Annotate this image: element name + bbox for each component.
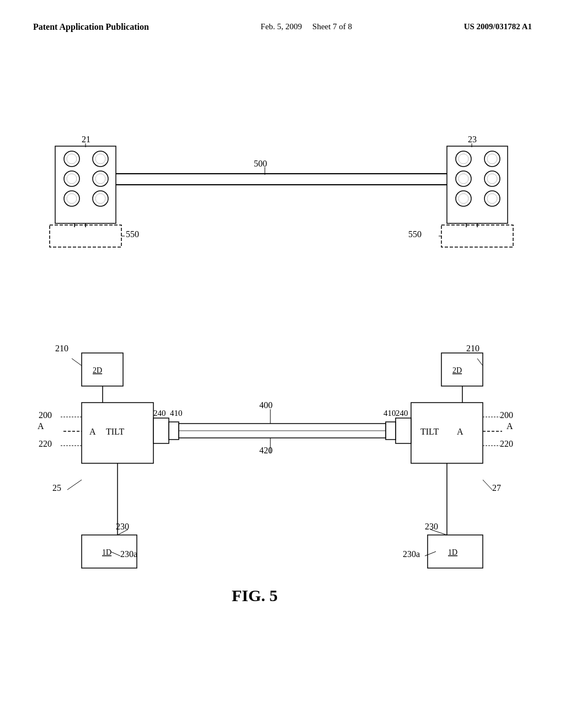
svg-rect-51 xyxy=(153,418,169,443)
svg-point-15 xyxy=(484,151,500,167)
svg-point-9 xyxy=(64,191,79,206)
svg-text:220: 220 xyxy=(500,439,513,448)
svg-point-19 xyxy=(484,171,500,186)
svg-text:A: A xyxy=(457,427,463,436)
svg-text:25: 25 xyxy=(52,483,61,493)
svg-text:2D: 2D xyxy=(93,366,102,374)
svg-rect-64 xyxy=(386,422,396,440)
svg-text:200: 200 xyxy=(500,410,513,420)
svg-text:A: A xyxy=(38,421,44,431)
svg-text:230a: 230a xyxy=(120,549,137,559)
svg-rect-56 xyxy=(441,353,483,386)
svg-point-18 xyxy=(456,171,471,186)
svg-text:410: 410 xyxy=(383,409,396,417)
svg-point-2 xyxy=(93,151,108,167)
svg-rect-52 xyxy=(169,422,179,440)
svg-point-23 xyxy=(484,191,500,206)
svg-text:240: 240 xyxy=(396,409,408,417)
svg-rect-28 xyxy=(50,225,121,247)
svg-text:21: 21 xyxy=(82,135,90,144)
drawing-area: 21 23 500 550 550 2D A TILT xyxy=(0,61,565,728)
svg-line-93 xyxy=(67,480,82,490)
svg-point-1 xyxy=(64,151,79,167)
svg-text:1D: 1D xyxy=(102,548,111,556)
svg-text:240: 240 xyxy=(153,409,166,417)
svg-text:27: 27 xyxy=(492,483,501,493)
svg-text:200: 200 xyxy=(39,410,52,420)
svg-point-6 xyxy=(93,171,108,186)
svg-text:500: 500 xyxy=(254,159,267,168)
svg-line-73 xyxy=(72,358,82,366)
svg-text:A: A xyxy=(507,421,513,431)
page-header: Patent Application Publication Feb. 5, 2… xyxy=(0,22,565,32)
publication-title: Patent Application Publication xyxy=(33,22,149,32)
svg-rect-31 xyxy=(441,225,513,247)
svg-text:210: 210 xyxy=(55,344,68,353)
svg-point-10 xyxy=(93,191,108,206)
svg-rect-63 xyxy=(396,418,411,443)
svg-text:TILT: TILT xyxy=(106,427,124,436)
svg-text:220: 220 xyxy=(39,439,52,448)
svg-text:400: 400 xyxy=(259,400,273,410)
svg-text:410: 410 xyxy=(170,409,183,417)
svg-line-101 xyxy=(430,529,447,535)
publication-number: US 2009/031782 A1 xyxy=(464,22,532,31)
svg-text:23: 23 xyxy=(468,135,477,144)
sheet-info: Sheet 7 of 8 xyxy=(312,22,352,31)
svg-text:A: A xyxy=(89,427,96,436)
patent-drawing: 21 23 500 550 550 2D A TILT xyxy=(0,61,565,722)
svg-rect-44 xyxy=(82,353,123,386)
svg-text:550: 550 xyxy=(408,229,422,239)
svg-text:230a: 230a xyxy=(403,549,420,559)
header-center: Feb. 5, 2009 Sheet 7 of 8 xyxy=(260,22,352,31)
svg-point-5 xyxy=(64,171,79,186)
svg-text:210: 210 xyxy=(466,344,479,353)
publication-date: Feb. 5, 2009 xyxy=(260,22,302,31)
svg-text:1D: 1D xyxy=(448,548,457,556)
svg-text:2D: 2D xyxy=(452,366,462,374)
svg-text:TILT: TILT xyxy=(420,427,439,436)
svg-text:550: 550 xyxy=(126,229,139,239)
svg-line-95 xyxy=(483,480,492,490)
svg-text:FIG. 5: FIG. 5 xyxy=(232,586,278,604)
svg-point-14 xyxy=(456,151,471,167)
svg-point-22 xyxy=(456,191,471,206)
